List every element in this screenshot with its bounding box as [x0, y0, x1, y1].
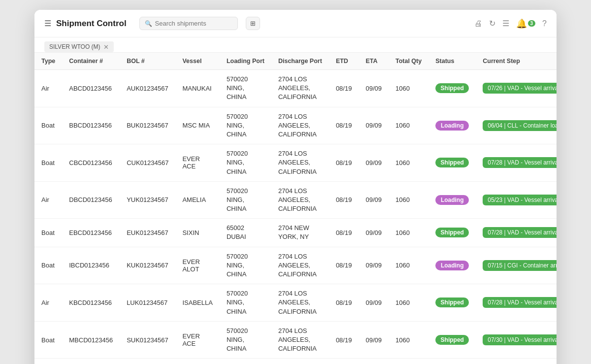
tab-close-icon[interactable]: ✕	[103, 44, 109, 50]
cell-discharge-port: 2704 LOS ANGELES, CALIFORNIA	[271, 247, 329, 284]
cell-container: GBCD0123456	[62, 359, 120, 364]
col-bol: BOL #	[120, 53, 175, 70]
list-view-icon[interactable]: ☰	[502, 19, 509, 28]
cell-total-qty: 1060	[389, 181, 428, 219]
table-row: Air ABCD0123456 AUK01234567 MANUKAI 5700…	[34, 70, 557, 107]
col-loading-port: Loading Port	[220, 53, 271, 70]
print-icon[interactable]: 🖨	[474, 19, 482, 28]
col-container: Container #	[62, 53, 120, 70]
cell-type: Boat	[34, 219, 62, 247]
cell-loading-port: 65002 DUBAI	[220, 219, 271, 247]
cell-bol: YUK01234567	[120, 181, 175, 219]
col-etd: ETD	[329, 53, 359, 70]
cell-total-qty: 1060	[389, 144, 428, 182]
cell-current-step[interactable]: 06/04 | CLL - Container loaded ... ▼	[476, 107, 557, 144]
app-title: Shipment Control	[56, 19, 127, 29]
status-badge: Shipped	[435, 158, 469, 167]
cell-loading-port: 570020 NING, CHINA	[220, 107, 271, 144]
cell-current-step[interactable]: 07/15 | CGI - Container arrival a... ▼	[476, 247, 557, 284]
current-step-button[interactable]: 07/28 | VAD - Vessel arrival at f... ▼	[483, 227, 557, 238]
cell-etd: 08/19	[329, 181, 359, 219]
cell-discharge-port: 2704 LOS ANGELES, CALIFORNIA	[271, 321, 329, 359]
help-icon[interactable]: ?	[542, 19, 547, 28]
cell-status: Loading	[428, 181, 476, 219]
filter-button[interactable]: ⊞	[246, 17, 260, 30]
cell-vessel: EVER ACE	[175, 144, 219, 182]
cell-container: DBCD0123456	[62, 181, 120, 219]
cell-status: Shipped	[428, 321, 476, 359]
cell-vessel: EVER ACE	[175, 321, 219, 359]
cell-discharge-port: 2704 LOS ANGELES, CALIFORNIA	[271, 181, 329, 219]
current-step-button[interactable]: 07/26 | VAD - Vessel arrival at f... ▼	[483, 83, 557, 94]
cell-etd: 08/19	[329, 70, 359, 107]
cell-type: Boat	[34, 247, 62, 284]
cell-etd: 08/19	[329, 219, 359, 247]
cell-loading-port: 570020 NING, CHINA	[220, 70, 271, 107]
col-type: Type	[34, 53, 62, 70]
cell-type: Air	[34, 181, 62, 219]
cell-current-step[interactable]: 07/28 | VAD - Vessel arrival at f... ▼	[476, 219, 557, 247]
cell-vessel: SIXIN	[175, 219, 219, 247]
cell-current-step[interactable]: 07/28 | VAD - Vessel arrival at f... ▼	[476, 144, 557, 182]
cell-current-step[interactable]: 07/30 | VAD - Vessel arrival at f... ▼	[476, 321, 557, 359]
cell-eta: 09/09	[359, 247, 389, 284]
status-badge: Shipped	[435, 83, 469, 93]
cell-loading-port: 570020 NING, CHINA	[220, 181, 271, 219]
status-badge: Shipped	[435, 335, 469, 345]
current-step-button[interactable]: 07/28 | VAD - Vessel arrival at f... ▼	[483, 157, 557, 168]
cell-status: Loading	[428, 107, 476, 144]
current-step-button[interactable]: 07/28 | VAD - Vessel arrival at f... ▼	[483, 297, 557, 308]
cell-eta: 09/09	[359, 284, 389, 322]
active-tab[interactable]: SILVER WTOO (M) ✕	[44, 41, 114, 52]
cell-total-qty: 1060	[389, 219, 428, 247]
cell-loading-port: 570020 NING, CHINA	[220, 321, 271, 359]
table-row: Air DBCD0123456 YUK01234567 AMELIA 57002…	[34, 181, 557, 219]
cell-status: Shipped	[428, 284, 476, 322]
col-current-step: Current Step	[476, 53, 557, 70]
header-right: 🖨 ↻ ☰ 🔔 3 ?	[474, 18, 547, 29]
status-badge: Loading	[435, 195, 469, 205]
cell-vessel: MSC MIA	[175, 107, 219, 144]
cell-total-qty: 1060	[389, 321, 428, 359]
cell-loading-port: 570020 NING, CHINA	[220, 247, 271, 284]
current-step-button[interactable]: 05/23 | VAD - Vessel arrival at fl... ▼	[483, 195, 557, 205]
cell-container: IBCD0123456	[62, 247, 120, 284]
cell-vessel: MANUKAI	[175, 359, 219, 364]
cell-bol: BUK01234567	[120, 107, 175, 144]
col-status: Status	[428, 53, 476, 70]
cell-vessel: MANUKAI	[175, 70, 219, 107]
cell-container: BBCD0123456	[62, 107, 120, 144]
table-row: Boat CBCD0123456 CUK01234567 EVER ACE 57…	[34, 144, 557, 182]
cell-loading-port: 570020 NING, CHINA	[220, 359, 271, 364]
cell-loading-port: 570020 NING, CHINA	[220, 284, 271, 322]
cell-current-step[interactable]: 07/26 | VAD - Vessel arrival at f... ▼	[476, 70, 557, 107]
table-row: Boat GBCD0123456 IUK01234567 MANUKAI 570…	[34, 359, 557, 364]
cell-discharge-port: 2704 LOS ANGELES, CALIFORNIA	[271, 107, 329, 144]
col-total-qty: Total Qty	[389, 53, 428, 70]
search-input[interactable]	[155, 20, 224, 27]
tab-label: SILVER WTOO (M)	[49, 43, 100, 50]
cell-loading-port: 570020 NING, CHINA	[220, 144, 271, 182]
status-badge: Loading	[435, 261, 469, 270]
header: ☰ Shipment Control 🔍 ⊞ 🖨 ↻ ☰ 🔔 3 ?	[34, 10, 557, 37]
cell-discharge-port: 2704 LOS ANGELES, CALIFORNIA	[271, 284, 329, 322]
current-step-button[interactable]: 06/04 | CLL - Container loaded ... ▼	[483, 120, 557, 131]
cell-current-step[interactable]: 07/28 | VAD - Vessel arrival at f... ▼	[476, 284, 557, 322]
cell-container: KBCD0123456	[62, 284, 120, 322]
menu-icon[interactable]: ☰	[44, 19, 51, 28]
current-step-button[interactable]: 07/15 | CGI - Container arrival a... ▼	[483, 260, 557, 271]
cell-current-step[interactable]: 05/23 | VAD - Vessel arrival at fl... ▼	[476, 359, 557, 364]
cell-current-step[interactable]: 05/23 | VAD - Vessel arrival at fl... ▼	[476, 181, 557, 219]
current-step-button[interactable]: 07/30 | VAD - Vessel arrival at f... ▼	[483, 334, 557, 345]
cell-total-qty: 1060	[389, 284, 428, 322]
notification-button[interactable]: 🔔 3	[516, 18, 536, 29]
cell-container: MBCD0123456	[62, 321, 120, 359]
table-row: Boat BBCD0123456 BUK01234567 MSC MIA 570…	[34, 107, 557, 144]
cell-eta: 09/09	[359, 321, 389, 359]
app-window: ☰ Shipment Control 🔍 ⊞ 🖨 ↻ ☰ 🔔 3 ? SILVE…	[34, 10, 557, 364]
cell-container: EBCD0123456	[62, 219, 120, 247]
cell-discharge-port: 2704 NEW YORK, NY	[271, 219, 329, 247]
refresh-icon[interactable]: ↻	[489, 19, 495, 28]
cell-status: Shipped	[428, 219, 476, 247]
cell-etd: 08/19	[329, 144, 359, 182]
